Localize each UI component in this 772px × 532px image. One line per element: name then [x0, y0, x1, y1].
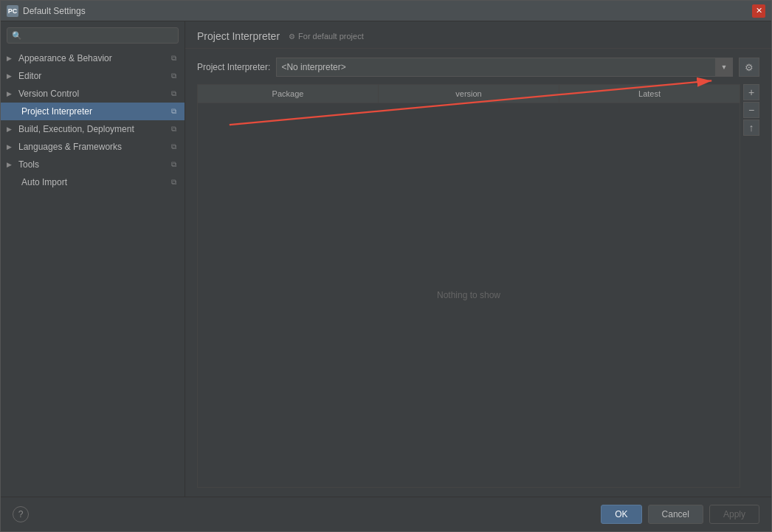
- copy-icon: ⧉: [168, 71, 179, 81]
- interpreter-select-wrapper: <No interpreter> ▼: [276, 58, 733, 77]
- search-icon: 🔍: [12, 31, 22, 41]
- copy-icon: ⧉: [168, 89, 179, 99]
- table-area: Package version Latest Nothing to show +…: [197, 84, 759, 488]
- empty-message: Nothing to show: [437, 290, 500, 300]
- arrow-icon: ▶: [7, 161, 15, 168]
- copy-icon: ⧉: [168, 53, 179, 63]
- sidebar-items-list: ▶ Appearance & Behavior ⧉ ▶ Editor ⧉ ▶ V…: [1, 49, 185, 497]
- sidebar-item-label: Version Control: [18, 89, 165, 99]
- table-actions: + − ↑: [743, 84, 759, 488]
- sidebar-item-label: Project Interpreter: [21, 106, 165, 117]
- sidebar-item-languages[interactable]: ▶ Languages & Frameworks ⧉: [1, 138, 185, 156]
- sidebar-item-label: Editor: [18, 71, 165, 81]
- sidebar-item-appearance[interactable]: ▶ Appearance & Behavior ⧉: [1, 49, 185, 67]
- copy-icon: ⧉: [168, 177, 179, 187]
- arrow-icon: ▶: [7, 125, 15, 133]
- search-box[interactable]: 🔍: [7, 27, 179, 44]
- col-latest: Latest: [559, 85, 740, 103]
- sidebar-item-editor[interactable]: ▶ Editor ⧉: [1, 67, 185, 85]
- interpreter-settings-button[interactable]: ⚙: [739, 58, 759, 77]
- arrow-icon: ▶: [7, 72, 15, 80]
- ok-button[interactable]: OK: [601, 505, 641, 524]
- right-panel-container: Project Interpreter ⚙ For default projec…: [185, 21, 771, 497]
- copy-icon: ⧉: [168, 106, 179, 117]
- right-panel: Project Interpreter ⚙ For default projec…: [185, 21, 771, 497]
- sidebar-item-version-control[interactable]: ▶ Version Control ⧉: [1, 85, 185, 103]
- packages-table: Package version Latest Nothing to show: [197, 84, 740, 488]
- copy-icon: ⧉: [168, 124, 179, 134]
- remove-package-button[interactable]: −: [743, 102, 759, 118]
- sidebar-item-tools[interactable]: ▶ Tools ⧉: [1, 156, 185, 173]
- panel-tab: ⚙ For default project: [289, 32, 364, 41]
- search-input[interactable]: [25, 30, 173, 41]
- help-icon: ?: [18, 509, 24, 519]
- copy-icon: ⧉: [168, 159, 179, 170]
- arrow-icon: ▶: [7, 143, 15, 151]
- sidebar-item-label: Tools: [18, 159, 165, 170]
- add-package-button[interactable]: +: [743, 84, 759, 100]
- arrow-icon: ▶: [7, 90, 15, 97]
- panel-tab-label: For default project: [298, 32, 364, 41]
- title-bar: PC Default Settings ✕: [1, 1, 771, 21]
- settings-tab-icon: ⚙: [289, 32, 295, 41]
- table-body-empty: Nothing to show: [198, 103, 740, 487]
- sidebar-item-label: Auto Import: [21, 177, 165, 187]
- main-window: PC Default Settings ✕ 🔍 ▶ Appearance & B…: [0, 0, 772, 532]
- arrow-icon: ▶: [7, 55, 15, 62]
- interpreter-row: Project Interpreter: <No interpreter> ▼ …: [197, 58, 759, 77]
- sidebar-item-label: Languages & Frameworks: [18, 142, 165, 152]
- panel-title: Project Interpreter: [197, 30, 280, 42]
- apply-button[interactable]: Apply: [709, 505, 759, 524]
- cancel-button[interactable]: Cancel: [648, 505, 703, 524]
- sidebar-item-auto-import[interactable]: Auto Import ⧉: [1, 173, 185, 191]
- help-button[interactable]: ?: [13, 506, 29, 522]
- sidebar-item-label: Build, Execution, Deployment: [18, 124, 165, 134]
- copy-icon: ⧉: [168, 142, 179, 152]
- bottom-bar: ? OK Cancel Apply: [1, 497, 771, 531]
- interpreter-select[interactable]: <No interpreter>: [276, 58, 733, 77]
- up-button[interactable]: ↑: [743, 120, 759, 136]
- panel-body: Project Interpreter: <No interpreter> ▼ …: [185, 49, 771, 497]
- sidebar-item-build-execution[interactable]: ▶ Build, Execution, Deployment ⧉: [1, 120, 185, 138]
- col-package: Package: [198, 85, 379, 103]
- panel-header: Project Interpreter ⚙ For default projec…: [185, 21, 771, 49]
- sidebar-item-label: Appearance & Behavior: [18, 53, 165, 63]
- table-header: Package version Latest: [198, 85, 740, 103]
- sidebar-item-project-interpreter[interactable]: Project Interpreter ⧉: [1, 103, 185, 120]
- interpreter-label: Project Interpreter:: [197, 62, 270, 72]
- window-title: Default Settings: [23, 6, 748, 16]
- app-icon: PC: [7, 5, 18, 17]
- col-version: version: [379, 85, 559, 103]
- close-button[interactable]: ✕: [752, 4, 765, 18]
- sidebar: 🔍 ▶ Appearance & Behavior ⧉ ▶ Editor ⧉ ▶…: [1, 21, 185, 497]
